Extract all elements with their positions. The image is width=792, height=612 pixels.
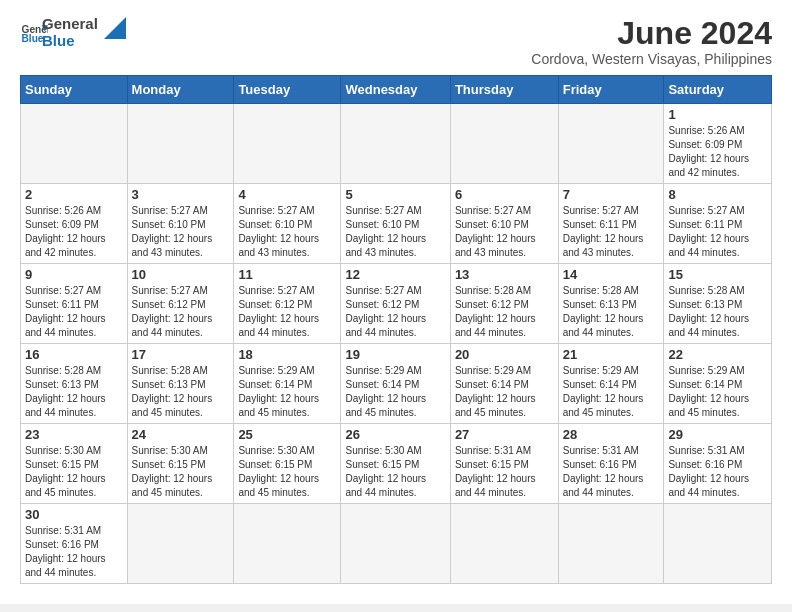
day-number: 14 xyxy=(563,267,660,282)
svg-text:Blue: Blue xyxy=(22,33,44,44)
calendar-title: June 2024 xyxy=(531,16,772,51)
calendar-cell: 1Sunrise: 5:26 AM Sunset: 6:09 PM Daylig… xyxy=(664,104,772,184)
day-info: Sunrise: 5:28 AM Sunset: 6:12 PM Dayligh… xyxy=(455,284,554,340)
calendar-cell: 6Sunrise: 5:27 AM Sunset: 6:10 PM Daylig… xyxy=(450,184,558,264)
calendar-cell xyxy=(341,504,450,584)
day-number: 3 xyxy=(132,187,230,202)
week-row-4: 23Sunrise: 5:30 AM Sunset: 6:15 PM Dayli… xyxy=(21,424,772,504)
week-row-0: 1Sunrise: 5:26 AM Sunset: 6:09 PM Daylig… xyxy=(21,104,772,184)
calendar-cell: 11Sunrise: 5:27 AM Sunset: 6:12 PM Dayli… xyxy=(234,264,341,344)
day-info: Sunrise: 5:29 AM Sunset: 6:14 PM Dayligh… xyxy=(668,364,767,420)
calendar-cell: 12Sunrise: 5:27 AM Sunset: 6:12 PM Dayli… xyxy=(341,264,450,344)
day-number: 20 xyxy=(455,347,554,362)
calendar-cell: 21Sunrise: 5:29 AM Sunset: 6:14 PM Dayli… xyxy=(558,344,664,424)
week-row-1: 2Sunrise: 5:26 AM Sunset: 6:09 PM Daylig… xyxy=(21,184,772,264)
calendar-page: General Blue General Blue June 2024 Cord… xyxy=(0,0,792,604)
col-header-tuesday: Tuesday xyxy=(234,76,341,104)
calendar-cell: 26Sunrise: 5:30 AM Sunset: 6:15 PM Dayli… xyxy=(341,424,450,504)
day-number: 21 xyxy=(563,347,660,362)
svg-marker-3 xyxy=(104,17,126,39)
day-number: 29 xyxy=(668,427,767,442)
week-row-5: 30Sunrise: 5:31 AM Sunset: 6:16 PM Dayli… xyxy=(21,504,772,584)
header: General Blue General Blue June 2024 Cord… xyxy=(20,16,772,67)
calendar-cell: 2Sunrise: 5:26 AM Sunset: 6:09 PM Daylig… xyxy=(21,184,128,264)
col-header-thursday: Thursday xyxy=(450,76,558,104)
day-info: Sunrise: 5:26 AM Sunset: 6:09 PM Dayligh… xyxy=(668,124,767,180)
day-number: 13 xyxy=(455,267,554,282)
calendar-cell: 18Sunrise: 5:29 AM Sunset: 6:14 PM Dayli… xyxy=(234,344,341,424)
day-number: 25 xyxy=(238,427,336,442)
calendar-cell: 19Sunrise: 5:29 AM Sunset: 6:14 PM Dayli… xyxy=(341,344,450,424)
day-info: Sunrise: 5:27 AM Sunset: 6:10 PM Dayligh… xyxy=(132,204,230,260)
day-info: Sunrise: 5:30 AM Sunset: 6:15 PM Dayligh… xyxy=(132,444,230,500)
calendar-cell xyxy=(234,504,341,584)
day-number: 12 xyxy=(345,267,445,282)
day-info: Sunrise: 5:31 AM Sunset: 6:16 PM Dayligh… xyxy=(25,524,123,580)
logo-general: General xyxy=(42,16,98,33)
day-info: Sunrise: 5:27 AM Sunset: 6:11 PM Dayligh… xyxy=(563,204,660,260)
calendar-cell: 20Sunrise: 5:29 AM Sunset: 6:14 PM Dayli… xyxy=(450,344,558,424)
day-info: Sunrise: 5:30 AM Sunset: 6:15 PM Dayligh… xyxy=(238,444,336,500)
week-row-3: 16Sunrise: 5:28 AM Sunset: 6:13 PM Dayli… xyxy=(21,344,772,424)
logo-triangle-icon xyxy=(104,17,126,39)
day-info: Sunrise: 5:31 AM Sunset: 6:16 PM Dayligh… xyxy=(668,444,767,500)
calendar-cell: 3Sunrise: 5:27 AM Sunset: 6:10 PM Daylig… xyxy=(127,184,234,264)
calendar-cell: 4Sunrise: 5:27 AM Sunset: 6:10 PM Daylig… xyxy=(234,184,341,264)
logo-blue: Blue xyxy=(42,33,98,50)
day-number: 5 xyxy=(345,187,445,202)
logo: General Blue General Blue xyxy=(20,16,126,49)
calendar-cell: 16Sunrise: 5:28 AM Sunset: 6:13 PM Dayli… xyxy=(21,344,128,424)
day-info: Sunrise: 5:27 AM Sunset: 6:12 PM Dayligh… xyxy=(238,284,336,340)
calendar-cell: 5Sunrise: 5:27 AM Sunset: 6:10 PM Daylig… xyxy=(341,184,450,264)
calendar-cell xyxy=(664,504,772,584)
day-number: 22 xyxy=(668,347,767,362)
day-info: Sunrise: 5:28 AM Sunset: 6:13 PM Dayligh… xyxy=(132,364,230,420)
calendar-cell: 8Sunrise: 5:27 AM Sunset: 6:11 PM Daylig… xyxy=(664,184,772,264)
day-number: 19 xyxy=(345,347,445,362)
calendar-cell: 13Sunrise: 5:28 AM Sunset: 6:12 PM Dayli… xyxy=(450,264,558,344)
col-header-sunday: Sunday xyxy=(21,76,128,104)
day-number: 1 xyxy=(668,107,767,122)
col-header-saturday: Saturday xyxy=(664,76,772,104)
header-row: SundayMondayTuesdayWednesdayThursdayFrid… xyxy=(21,76,772,104)
day-info: Sunrise: 5:27 AM Sunset: 6:10 PM Dayligh… xyxy=(345,204,445,260)
calendar-cell xyxy=(127,104,234,184)
col-header-friday: Friday xyxy=(558,76,664,104)
calendar-cell: 27Sunrise: 5:31 AM Sunset: 6:15 PM Dayli… xyxy=(450,424,558,504)
day-info: Sunrise: 5:28 AM Sunset: 6:13 PM Dayligh… xyxy=(668,284,767,340)
day-info: Sunrise: 5:30 AM Sunset: 6:15 PM Dayligh… xyxy=(25,444,123,500)
calendar-cell xyxy=(558,104,664,184)
day-info: Sunrise: 5:29 AM Sunset: 6:14 PM Dayligh… xyxy=(238,364,336,420)
day-number: 18 xyxy=(238,347,336,362)
col-header-wednesday: Wednesday xyxy=(341,76,450,104)
calendar-cell: 24Sunrise: 5:30 AM Sunset: 6:15 PM Dayli… xyxy=(127,424,234,504)
day-info: Sunrise: 5:26 AM Sunset: 6:09 PM Dayligh… xyxy=(25,204,123,260)
calendar-cell: 25Sunrise: 5:30 AM Sunset: 6:15 PM Dayli… xyxy=(234,424,341,504)
calendar-cell xyxy=(558,504,664,584)
week-row-2: 9Sunrise: 5:27 AM Sunset: 6:11 PM Daylig… xyxy=(21,264,772,344)
calendar-cell: 28Sunrise: 5:31 AM Sunset: 6:16 PM Dayli… xyxy=(558,424,664,504)
col-header-monday: Monday xyxy=(127,76,234,104)
day-number: 27 xyxy=(455,427,554,442)
calendar-cell: 22Sunrise: 5:29 AM Sunset: 6:14 PM Dayli… xyxy=(664,344,772,424)
day-number: 10 xyxy=(132,267,230,282)
calendar-cell: 17Sunrise: 5:28 AM Sunset: 6:13 PM Dayli… xyxy=(127,344,234,424)
day-info: Sunrise: 5:27 AM Sunset: 6:10 PM Dayligh… xyxy=(455,204,554,260)
day-number: 17 xyxy=(132,347,230,362)
day-number: 24 xyxy=(132,427,230,442)
day-number: 6 xyxy=(455,187,554,202)
day-info: Sunrise: 5:31 AM Sunset: 6:16 PM Dayligh… xyxy=(563,444,660,500)
calendar-cell: 23Sunrise: 5:30 AM Sunset: 6:15 PM Dayli… xyxy=(21,424,128,504)
day-number: 11 xyxy=(238,267,336,282)
day-info: Sunrise: 5:27 AM Sunset: 6:12 PM Dayligh… xyxy=(132,284,230,340)
day-number: 15 xyxy=(668,267,767,282)
day-info: Sunrise: 5:30 AM Sunset: 6:15 PM Dayligh… xyxy=(345,444,445,500)
calendar-cell: 15Sunrise: 5:28 AM Sunset: 6:13 PM Dayli… xyxy=(664,264,772,344)
title-block: June 2024 Cordova, Western Visayas, Phil… xyxy=(531,16,772,67)
day-number: 2 xyxy=(25,187,123,202)
day-info: Sunrise: 5:29 AM Sunset: 6:14 PM Dayligh… xyxy=(345,364,445,420)
day-info: Sunrise: 5:29 AM Sunset: 6:14 PM Dayligh… xyxy=(563,364,660,420)
calendar-cell xyxy=(450,104,558,184)
calendar-cell: 30Sunrise: 5:31 AM Sunset: 6:16 PM Dayli… xyxy=(21,504,128,584)
calendar-cell: 14Sunrise: 5:28 AM Sunset: 6:13 PM Dayli… xyxy=(558,264,664,344)
